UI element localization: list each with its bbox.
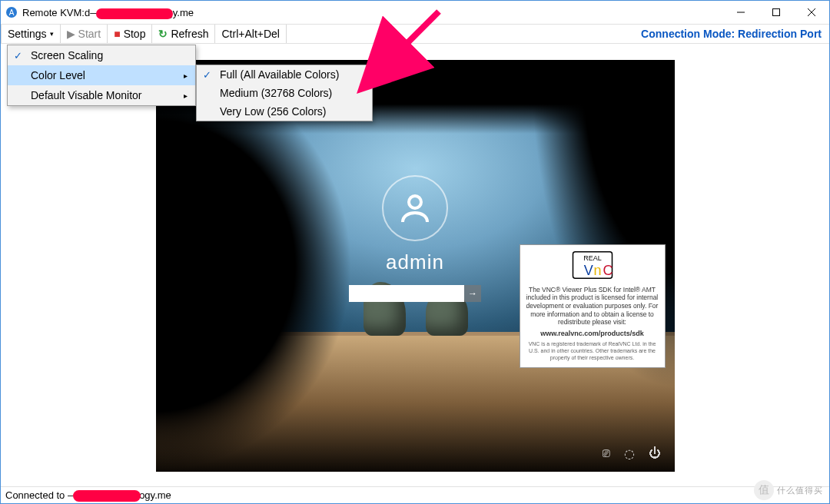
login-corner-icons: ⎚ ◌ ⏻	[603, 446, 661, 461]
menu-screen-scaling[interactable]: Screen Scaling	[8, 45, 195, 65]
user-avatar-icon	[382, 175, 448, 241]
svg-point-6	[409, 196, 421, 208]
menu-label: Very Low (256 Colors)	[220, 105, 327, 118]
titlebar: A Remote KVM:d————e.synology.me	[1, 1, 829, 24]
caret-down-icon: ▾	[50, 30, 54, 38]
watermark-icon: 值	[754, 480, 774, 500]
refresh-icon: ↻	[158, 28, 168, 40]
settings-label: Settings	[8, 28, 47, 40]
menu-label: Default Visable Monitor	[31, 89, 141, 101]
app-icon: A	[5, 6, 18, 18]
svg-text:n: n	[593, 263, 601, 278]
cad-label: Ctrl+Alt+Del	[221, 28, 279, 40]
settings-dropdown: Screen Scaling Color Level ▸ Default Vis…	[7, 45, 196, 106]
color-verylow[interactable]: Very Low (256 Colors)	[197, 102, 372, 121]
app-window: A Remote KVM:d————e.synology.me Settings…	[0, 0, 830, 504]
menu-color-level[interactable]: Color Level ▸	[8, 65, 195, 85]
submit-login-button[interactable]: →	[464, 285, 481, 302]
start-label: Start	[78, 28, 101, 40]
username-label: admin	[349, 250, 481, 274]
svg-text:V: V	[583, 263, 593, 278]
connection-mode-label: Connection Mode: Redirection Port	[633, 25, 829, 43]
submenu-arrow-icon: ▸	[184, 71, 188, 80]
watermark-text: 什么值得买	[777, 485, 823, 496]
svg-text:A: A	[9, 8, 15, 17]
remote-screen[interactable]: admin → REAL V n C The VNC® Viewer Pl	[156, 60, 675, 472]
settings-menu-button[interactable]: Settings ▾	[1, 25, 61, 43]
vnc-sdk-notice: REAL V n C The VNC® Viewer Plus SDK for …	[520, 244, 666, 368]
toolbar: Settings ▾ ▶ Start ■ Stop ↻ Refresh Ctrl…	[1, 24, 829, 44]
refresh-button[interactable]: ↻ Refresh	[152, 25, 215, 43]
stop-button[interactable]: ■ Stop	[108, 25, 152, 43]
stop-label: Stop	[124, 28, 146, 40]
redaction-mark	[73, 490, 141, 502]
color-medium[interactable]: Medium (32768 Colors)	[197, 84, 372, 102]
color-level-submenu: Full (All Available Colors) Medium (3276…	[196, 65, 373, 121]
color-full[interactable]: Full (All Available Colors)	[197, 65, 372, 84]
menu-label: Full (All Available Colors)	[220, 68, 339, 81]
password-input[interactable]	[349, 285, 464, 302]
vnc-small-print: VNC is a registered trademark of RealVNC…	[526, 341, 659, 361]
window-title: Remote KVM:d————e.synology.me	[22, 7, 194, 18]
svg-text:C: C	[603, 263, 613, 278]
menu-label: Screen Scaling	[31, 49, 103, 61]
power-icon[interactable]: ⏻	[649, 446, 661, 461]
windows-login: admin →	[349, 175, 481, 302]
minimize-button[interactable]	[723, 1, 759, 24]
password-row: →	[349, 285, 481, 302]
close-button[interactable]	[794, 1, 829, 24]
play-icon: ▶	[67, 28, 75, 40]
menu-default-monitor[interactable]: Default Visable Monitor ▸	[8, 85, 195, 105]
menu-label: Color Level	[31, 69, 85, 81]
stop-icon: ■	[114, 28, 120, 40]
statusbar: Connected to ————e.synology.me	[1, 486, 829, 503]
remote-viewer: admin → REAL V n C The VNC® Viewer Pl	[1, 45, 829, 486]
vnc-url: www.realvnc.com/products/sdk	[526, 330, 659, 338]
ctrl-alt-del-button[interactable]: Ctrl+Alt+Del	[215, 25, 286, 43]
redaction-mark	[96, 8, 173, 19]
refresh-label: Refresh	[171, 28, 208, 40]
ease-of-access-icon[interactable]: ◌	[624, 446, 635, 461]
start-button[interactable]: ▶ Start	[61, 25, 108, 43]
watermark: 值 什么值得买	[754, 480, 823, 500]
maximize-button[interactable]	[759, 1, 794, 24]
network-icon[interactable]: ⎚	[603, 446, 610, 461]
realvnc-logo: REAL V n C	[526, 250, 659, 283]
svg-rect-3	[773, 9, 780, 16]
titlebar-left: A Remote KVM:d————e.synology.me	[5, 6, 194, 18]
svg-text:REAL: REAL	[583, 254, 602, 262]
window-controls	[723, 1, 829, 24]
vnc-text: The VNC® Viewer Plus SDK for Intel® AMT …	[526, 286, 659, 327]
menu-label: Medium (32768 Colors)	[220, 87, 332, 99]
submenu-arrow-icon: ▸	[184, 91, 188, 100]
